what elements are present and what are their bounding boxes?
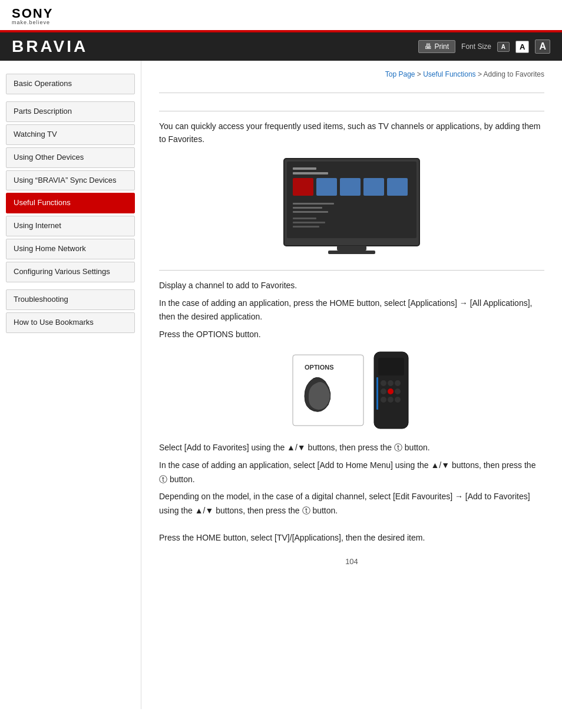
header-bar: BRAVIA 🖶 Print Font Size A A A [0,32,562,61]
step7-text: Press the HOME button, select [TV]/[Appl… [159,531,544,545]
svg-rect-7 [316,178,337,196]
svg-rect-9 [363,178,384,196]
svg-rect-5 [293,172,328,174]
breadcrumb-sep2: > Adding to Favorites [478,70,544,78]
sidebar-item-basic-operations[interactable]: Basic Operations [6,74,135,94]
breadcrumb: Top Page > Useful Functions > Adding to … [159,67,544,84]
svg-text:OPTIONS: OPTIONS [305,364,334,371]
svg-rect-12 [293,207,322,209]
svg-point-26 [395,388,401,394]
sidebar-item-using-internet[interactable]: Using Internet [6,216,135,236]
svg-rect-10 [387,178,408,196]
header-controls: 🖶 Print Font Size A A A [418,39,550,54]
svg-point-25 [388,388,394,394]
sony-text: SONY [12,7,550,20]
divider-2 [159,111,544,111]
sidebar: Basic Operations Parts Description Watch… [0,61,141,709]
sidebar-item-watching-tv[interactable]: Watching TV [6,124,135,145]
svg-rect-15 [293,222,325,223]
font-size-small-button[interactable]: A [497,42,510,52]
svg-rect-4 [293,167,316,170]
svg-rect-20 [378,358,404,375]
svg-rect-30 [376,377,378,410]
divider-1 [159,93,544,93]
svg-rect-3 [328,251,375,254]
step4-text: Select [Add to Favorites] using the ▲/▼ … [159,441,544,455]
svg-rect-8 [340,178,361,196]
sony-logo: SONY make.believe [12,7,550,25]
sidebar-item-parts-description[interactable]: Parts Description [6,101,135,122]
step6-text: Depending on the model, in the case of a… [159,490,544,518]
svg-point-23 [395,380,401,386]
font-size-large-button[interactable]: A [535,39,550,54]
breadcrumb-sep1: > [417,70,423,78]
intro-text: You can quickly access your frequently u… [159,120,544,146]
sidebar-item-using-bravia-sync[interactable]: Using “BRAVIA” Sync Devices [6,170,135,191]
svg-rect-6 [293,178,313,196]
svg-point-27 [381,397,386,403]
svg-rect-13 [293,211,328,213]
tv-svg [281,156,422,259]
svg-point-24 [381,388,386,394]
print-label: Print [434,42,449,51]
svg-point-28 [388,397,394,403]
print-button[interactable]: 🖶 Print [418,40,455,53]
divider-3 [159,270,544,271]
step3-text: Press the OPTIONS button. [159,328,544,342]
step5-text: In the case of adding an application, se… [159,459,544,487]
content-area: Top Page > Useful Functions > Adding to … [141,61,562,709]
sidebar-item-troubleshooting[interactable]: Troubleshooting [6,289,135,310]
options-svg: OPTIONS [287,349,416,431]
svg-rect-16 [293,226,319,228]
sidebar-item-useful-functions[interactable]: Useful Functions [6,193,135,213]
breadcrumb-useful-functions[interactable]: Useful Functions [423,70,475,78]
remote-container: OPTIONS [159,349,544,431]
sony-tagline: make.believe [12,20,550,25]
font-size-medium-button[interactable]: A [515,41,529,53]
svg-point-22 [388,380,394,386]
svg-rect-11 [293,203,334,205]
main-layout: Basic Operations Parts Description Watch… [0,61,562,709]
svg-rect-2 [337,246,366,251]
sidebar-item-using-home-network[interactable]: Using Home Network [6,239,135,259]
svg-rect-14 [293,218,316,219]
bravia-title: BRAVIA [12,37,88,56]
font-size-label: Font Size [461,42,491,51]
tv-image-container [159,156,544,261]
sidebar-item-using-other-devices[interactable]: Using Other Devices [6,147,135,168]
svg-point-29 [395,397,401,403]
breadcrumb-top-page[interactable]: Top Page [385,70,415,78]
step2-text: In the case of adding an application, pr… [159,297,544,325]
print-icon: 🖶 [425,42,432,51]
top-bar: SONY make.believe [0,0,562,32]
step1-text: Display a channel to add to Favorites. [159,279,544,293]
sidebar-item-how-to-use-bookmarks[interactable]: How to Use Bookmarks [6,312,135,333]
page-number: 104 [159,557,544,566]
sidebar-item-configuring-settings[interactable]: Configuring Various Settings [6,262,135,282]
svg-point-21 [381,380,386,386]
tv-illustration [281,156,422,261]
